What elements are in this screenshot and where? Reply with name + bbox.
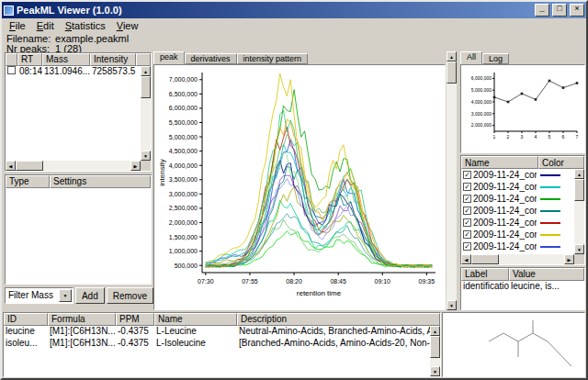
sample-checkbox[interactable]: ✓ [463, 183, 471, 191]
col-type[interactable]: Type [6, 175, 50, 188]
scroll-track[interactable] [430, 336, 440, 366]
peaks-vscrollbar[interactable]: ▲▼ [141, 66, 151, 161]
scroll-up-icon[interactable]: ▲ [430, 326, 440, 336]
identification-id-cell: leucine [4, 326, 48, 338]
sample-checkbox[interactable]: ✓ [463, 207, 471, 215]
measurement-series-line [206, 134, 432, 267]
minimize-button[interactable]: _ [535, 4, 549, 17]
col-label[interactable]: Label [461, 268, 509, 281]
remove-button[interactable]: Remove [107, 287, 153, 304]
peak-row[interactable]: 08:14131.0946...7258573.5 [6, 66, 141, 78]
sample-row[interactable]: ✓2009-11-24_con [461, 181, 574, 193]
scroll-track[interactable] [447, 61, 457, 300]
scroll-down-icon[interactable]: ▼ [141, 151, 151, 161]
peak-chart-panel: 500,0001,000,0001,500,0002,000,0002,500,… [153, 64, 446, 310]
col-mass[interactable]: Mass [42, 53, 90, 66]
scroll-down-icon[interactable]: ▼ [430, 366, 440, 376]
scroll-up-icon[interactable]: ▲ [447, 51, 457, 61]
settings-table-header: Type Settings [6, 175, 151, 188]
scroll-thumb[interactable] [430, 336, 440, 358]
menu-file[interactable]: File [4, 19, 31, 32]
x-axis-title: retention time [297, 289, 342, 297]
sample-row[interactable]: ✓2009-11-24_con [461, 217, 574, 229]
col-name[interactable]: Name [461, 156, 538, 169]
identification-row[interactable]: isoleu...[M1]:[C6H13N...-0.4375L-Isoleuc… [4, 338, 430, 350]
close-button[interactable]: × [570, 4, 584, 17]
tab-all[interactable]: All [460, 51, 482, 64]
sample-row[interactable]: ✓2009-11-24_con [461, 193, 574, 205]
scroll-track[interactable] [471, 254, 564, 264]
sample-checkbox[interactable]: ✓ [463, 195, 471, 203]
tab-intensity-pattern[interactable]: intensity pattern [237, 53, 309, 64]
menu-view[interactable]: View [111, 19, 144, 32]
col-color[interactable]: Color [538, 156, 584, 169]
scroll-down-icon[interactable]: ▼ [447, 300, 457, 310]
col-value[interactable]: Value [509, 268, 584, 281]
sample-checkbox[interactable]: ✓ [463, 218, 471, 227]
maximize-button[interactable]: □ [552, 4, 567, 17]
col-rt[interactable]: RT [17, 53, 42, 66]
scroll-right-icon[interactable]: ▶ [130, 161, 141, 171]
col-formula[interactable]: Formula [48, 313, 116, 326]
scroll-thumb[interactable] [574, 179, 584, 201]
samples-vscrollbar[interactable]: ▲▼ [574, 169, 584, 254]
scroll-thumb[interactable] [141, 76, 151, 98]
scroll-down-icon[interactable]: ▼ [574, 244, 584, 254]
filter-combobox[interactable]: Filter Mass ▼ [5, 287, 74, 304]
scroll-track[interactable] [141, 76, 151, 151]
scroll-thumb[interactable] [471, 254, 499, 264]
add-button[interactable]: Add [75, 287, 105, 304]
scroll-thumb[interactable] [447, 61, 457, 84]
peak-checkbox[interactable] [7, 66, 16, 74]
sample-checkbox[interactable]: ✓ [463, 242, 471, 251]
menu-statistics[interactable]: Statistics [60, 19, 111, 32]
samples-table: Name Color ✓2009-11-24_con✓2009-11-24_co… [460, 155, 585, 265]
sample-row[interactable]: ✓2009-11-24_con [461, 205, 574, 217]
peak-checkbox-cell [6, 66, 17, 78]
sample-checkbox[interactable]: ✓ [463, 171, 471, 179]
sample-row[interactable]: ✓2009-11-24_con [461, 229, 574, 240]
scrollbar-corner [141, 161, 151, 171]
y-tick-label: 1,500,000 [169, 234, 198, 240]
scroll-track[interactable] [16, 161, 130, 171]
scroll-up-icon[interactable]: ▲ [141, 66, 151, 76]
menu-edit[interactable]: Edit [31, 19, 60, 32]
scroll-left-icon[interactable]: ◀ [461, 254, 471, 264]
tab-peak[interactable]: peak [153, 51, 185, 64]
identification-row[interactable]: leucine[M1]:[C6H13N...-0.4375L-LeucineNe… [4, 326, 430, 338]
combobox-dropdown-icon[interactable]: ▼ [59, 289, 72, 302]
peaks-hscrollbar[interactable]: ◀▶ [6, 161, 141, 171]
sample-name-cell: ✓2009-11-24_con [461, 229, 538, 240]
chart-vscrollbar[interactable]: ▲▼ [447, 51, 457, 310]
x-tick-label: 08:20 [286, 278, 302, 285]
measurement-series-line [206, 144, 432, 267]
sample-checkbox[interactable]: ✓ [463, 230, 471, 239]
sample-trend-marker [562, 86, 565, 89]
sample-name: 2009-11-24_con [473, 206, 537, 217]
sample-name-cell: ✓2009-11-24_con [461, 193, 538, 205]
col-description[interactable]: Description [237, 313, 440, 326]
tab-log[interactable]: Log [482, 53, 509, 64]
col-id[interactable]: ID [4, 313, 48, 326]
sample-color-line [540, 222, 560, 224]
scroll-thumb[interactable] [16, 161, 43, 171]
scroll-left-icon[interactable]: ◀ [6, 161, 16, 171]
y-tick-label: 4,000,000 [169, 162, 198, 169]
sample-row[interactable]: ✓2009-11-24_con [461, 169, 574, 181]
col-settings[interactable]: Settings [50, 175, 151, 188]
col-select[interactable] [6, 53, 17, 66]
scroll-up-icon[interactable]: ▲ [574, 169, 584, 179]
samples-hscrollbar[interactable]: ◀▶ [461, 254, 574, 264]
tab-derivatives[interactable]: derivatives [185, 53, 237, 64]
sample-color-line [540, 198, 560, 200]
x-tick-label: 7 [576, 134, 579, 140]
col-name[interactable]: Name [154, 313, 237, 326]
annotation-row[interactable]: identificationleucine, is... [461, 281, 584, 293]
titlebar[interactable]: PeakML Viewer (1.0.0) _ □ × [2, 2, 586, 18]
col-intensity[interactable]: Intensity [90, 53, 136, 66]
col-ppm[interactable]: PPM [116, 313, 154, 326]
sample-row[interactable]: ✓2009-11-24_con [461, 240, 574, 252]
scroll-right-icon[interactable]: ▶ [564, 254, 574, 264]
scroll-track[interactable] [574, 179, 584, 244]
identification-vscrollbar[interactable]: ▲▼ [430, 326, 440, 376]
